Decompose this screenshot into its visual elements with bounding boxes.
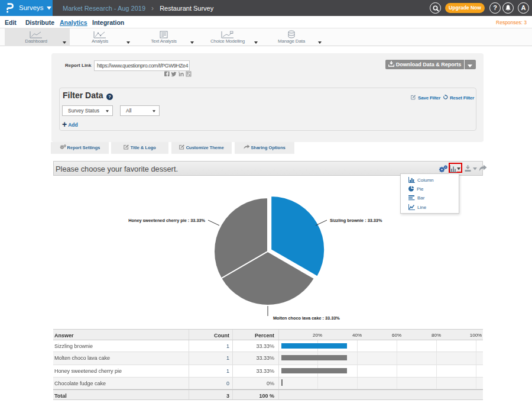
svg-text:Sizzling brownie : 33.33%: Sizzling brownie : 33.33% [330,218,382,223]
svg-text:Honey sweetened cherry pie : 3: Honey sweetened cherry pie : 33.33% [128,218,205,223]
svg-text:Molten choco lava cake : 33.33: Molten choco lava cake : 33.33% [273,315,340,321]
